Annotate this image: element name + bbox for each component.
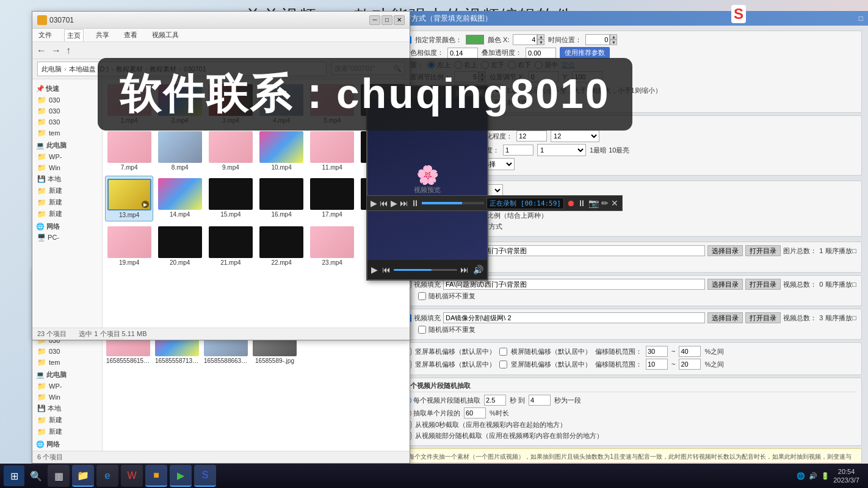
tl-stop-button[interactable]: ⏸ [411, 198, 419, 208]
taskbar-explorer-button[interactable]: 📁 [72, 465, 94, 487]
back-button[interactable]: ← [35, 45, 48, 56]
tl-camera-button[interactable]: 📷 [588, 198, 599, 208]
file-item[interactable]: 10.mp4 [257, 129, 305, 173]
sidebar-item-new-2[interactable]: 📁 新建 [32, 196, 102, 208]
taskbar-edge-button[interactable]: e [96, 465, 118, 487]
rewind-button[interactable]: ⏮ [381, 265, 392, 274]
sidebar-item-local[interactable]: 💾 本地 [32, 173, 102, 185]
ribbon-tab-video[interactable]: 视频工具 [150, 29, 181, 41]
spinbox-up2[interactable]: ▲ [610, 34, 617, 40]
start-button[interactable]: ⊞ [4, 465, 24, 486]
image-open-dir-button[interactable]: 打开目录 [745, 245, 781, 256]
second-sidebar-new[interactable]: 📁 新建 [32, 414, 102, 426]
play-pause-button[interactable]: ▶ [370, 265, 379, 274]
file-item[interactable]: 20.mp4 [156, 224, 204, 268]
taskbar-search-button[interactable]: 🔍 [27, 467, 45, 485]
mirror-v-max[interactable] [679, 359, 701, 370]
transparency-input[interactable] [526, 48, 556, 59]
sidebar-item-pc[interactable]: 🖥️ PC- [32, 232, 102, 243]
clip-radio-1[interactable]: 每个视频片段随机抽取 [403, 396, 480, 405]
tl-edit-button[interactable]: ✏ [601, 198, 609, 208]
video-open-dir-button-1[interactable]: 打开目录 [745, 279, 781, 290]
image-select-dir-button[interactable]: 选择目录 [707, 245, 743, 256]
file-item[interactable]: 16.mp4 [257, 176, 305, 221]
color-tolerance-input[interactable] [447, 48, 478, 59]
mirror-h-min[interactable] [646, 346, 668, 357]
tl-pause-button[interactable]: ⏸ [577, 198, 586, 208]
file-item[interactable]: 19.mp4 [105, 224, 153, 268]
battery-icon[interactable]: 🔋 [821, 472, 830, 480]
file-item[interactable]: 17.mp4 [308, 176, 356, 221]
volume-button[interactable]: 🔊 [472, 265, 485, 274]
second-sidebar-wp[interactable]: 📁 WP- [32, 381, 102, 392]
second-sidebar-local[interactable]: 💾 本地 [32, 403, 102, 414]
recommend-params-button[interactable]: 使用推荐参数 [560, 47, 610, 59]
blur-input[interactable] [516, 131, 547, 142]
tl-rewind-button[interactable]: ⏮ [380, 198, 388, 208]
volume-icon[interactable]: 🔊 [809, 472, 817, 480]
tl-close-button[interactable]: ✕ [611, 198, 618, 208]
mirror-h-max[interactable] [679, 346, 701, 357]
sidebar-item-win[interactable]: 📁 Win [32, 162, 102, 173]
sidebar-item-new-3[interactable]: 📁 新建 [32, 208, 102, 220]
color-swatch[interactable] [466, 35, 484, 45]
taskbar-app-button-2[interactable]: ▶ [170, 465, 192, 487]
video-fill-path-2[interactable] [443, 312, 705, 323]
clip-percent-input[interactable] [464, 407, 486, 418]
network-icon[interactable]: 🌐 [797, 472, 805, 480]
second-sidebar-new2[interactable]: 📁 新建 [32, 426, 102, 437]
video-open-dir-button-2[interactable]: 打开目录 [745, 312, 781, 323]
file-item[interactable]: 7.mp4 [105, 129, 153, 173]
video-loop-checkbox-1[interactable] [418, 292, 426, 300]
ribbon-tab-file[interactable]: 文件 [36, 29, 54, 41]
mirror-random-h-checkbox[interactable] [499, 348, 507, 356]
close-button[interactable]: ✕ [394, 15, 405, 25]
sidebar-item-tem[interactable]: 📁 tem [32, 127, 102, 138]
fast-forward-button[interactable]: ⏭ [459, 265, 470, 274]
video-progress[interactable] [394, 269, 457, 271]
video-select-dir-button-1[interactable]: 选择目录 [707, 279, 743, 290]
second-sidebar-win[interactable]: 📁 Win [32, 392, 102, 403]
second-sidebar-030b[interactable]: 📁 030 [32, 346, 102, 357]
file-item[interactable]: 21.mp4 [206, 224, 255, 268]
clip-from-input[interactable] [484, 395, 506, 406]
up-button[interactable]: ↑ [64, 45, 73, 56]
taskbar-widgets-button[interactable]: ▦ [48, 465, 70, 487]
taskbar-app-button-3[interactable]: S [194, 465, 216, 487]
blur-select[interactable]: 12 [551, 130, 599, 142]
sidebar-item-030-3[interactable]: 📁 030 [32, 117, 102, 127]
ribbon-tab-share[interactable]: 共享 [93, 29, 112, 41]
sidebar-item-030-1[interactable]: 📁 030 [32, 95, 102, 106]
taskbar-app-button-1[interactable]: ■ [145, 465, 167, 487]
video-loop-checkbox-2[interactable] [418, 326, 426, 334]
sidebar-item-wp[interactable]: 📁 WP- [32, 151, 102, 162]
file-item[interactable]: 14.mp4 [156, 176, 204, 221]
timeline-progress[interactable] [422, 202, 484, 204]
brightness-select[interactable]: 1 [537, 144, 586, 156]
spinbox-down2[interactable]: ▼ [610, 40, 617, 45]
file-item-selected[interactable]: ▶ 13.mp4 [105, 176, 153, 221]
file-item[interactable]: 11.mp4 [308, 129, 356, 173]
mirror-v-min[interactable] [646, 359, 668, 370]
tl-play-button[interactable]: ▶ [371, 198, 377, 208]
minimize-button[interactable]: ─ [369, 15, 380, 25]
file-item[interactable]: 8.mp4 [156, 129, 204, 173]
maximize-button[interactable]: □ [382, 15, 392, 25]
clip-radio-2[interactable]: 抽取单个片段的 [403, 409, 460, 418]
file-item[interactable]: 15.mp4 [206, 176, 255, 221]
second-sidebar-tem[interactable]: 📁 tem [32, 357, 102, 368]
tl-record-button[interactable]: ⏺ [566, 198, 575, 208]
forward-button[interactable]: → [49, 45, 63, 56]
clip-to-input[interactable] [529, 395, 551, 406]
spinbox-down[interactable]: ▼ [537, 40, 544, 45]
tl-play2-button[interactable]: ▶ [391, 198, 397, 208]
time-pos-input[interactable] [585, 34, 610, 45]
file-item[interactable]: 23.mp4 [308, 224, 356, 268]
file-item[interactable]: 22.mp4 [257, 224, 305, 268]
sidebar-item-new-1[interactable]: 📁 新建 [32, 185, 102, 196]
taskbar-office-button[interactable]: W [121, 465, 143, 487]
color-x-input[interactable] [513, 34, 537, 45]
sidebar-item-030-2[interactable]: 📁 030 [32, 106, 102, 117]
file-item[interactable]: 9.mp4 [206, 129, 255, 173]
tl-forward-button[interactable]: ⏭ [400, 198, 408, 208]
